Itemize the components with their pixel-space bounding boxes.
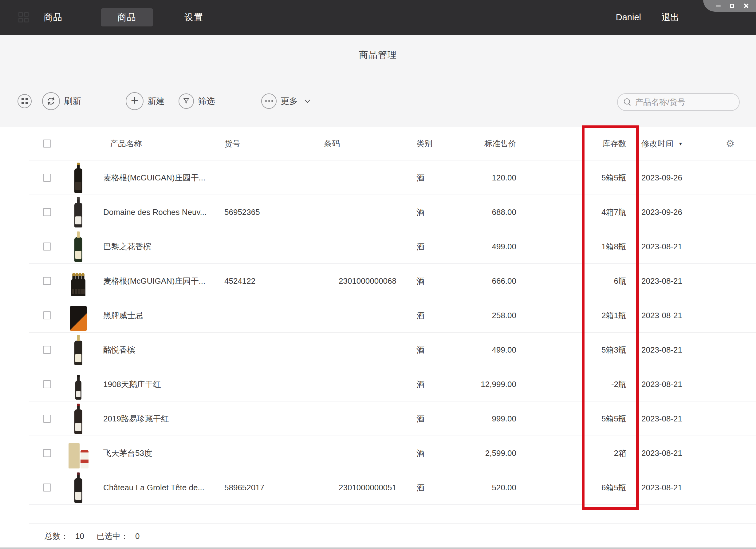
table-row[interactable]: 麦格根(McGUIGAN)庄园干...酒120.005箱5瓶2023-09-26 [0, 160, 756, 195]
column-header-barcode: 条码 [264, 127, 400, 160]
grid-view-button[interactable] [18, 94, 32, 108]
row-checkbox[interactable] [43, 484, 51, 492]
row-checkbox[interactable] [43, 346, 51, 354]
row-checkbox[interactable] [43, 415, 51, 423]
cell-name: 2019路易珍藏干红 [98, 401, 221, 436]
cell-barcode [264, 195, 400, 229]
row-checkbox[interactable] [43, 449, 51, 457]
cell-sku: 589652017 [221, 470, 264, 505]
window-bottom-edge [0, 547, 756, 549]
new-button[interactable]: + 新建 [126, 92, 165, 110]
row-checkbox[interactable] [43, 311, 51, 319]
cell-category: 酒 [400, 264, 461, 298]
table-row[interactable]: Domaine des Roches Neuv...56952365酒688.0… [0, 195, 756, 229]
row-checkbox[interactable] [43, 380, 51, 388]
footer: 总数： 10 已选中： 0 [0, 523, 756, 549]
maximize-button[interactable] [729, 3, 735, 9]
product-table: 产品名称货号条码类别标准售价库存数修改时间▼⚙ 麦格根(McGUIGAN)庄园干… [0, 127, 756, 505]
table-row[interactable]: 黑牌威士忌酒258.002箱1瓶2023-08-21 [0, 298, 756, 333]
cell-barcode [264, 229, 400, 264]
filter-button[interactable]: 筛选 [179, 93, 215, 109]
cell-barcode [264, 436, 400, 470]
more-button[interactable]: 更多 [261, 93, 309, 109]
page-header: 商品管理 [0, 35, 756, 75]
table-body: 麦格根(McGUIGAN)庄园干...酒120.005箱5瓶2023-09-26… [0, 160, 756, 505]
user-name[interactable]: Daniel [616, 12, 641, 22]
cell-date: 2023-09-26 [633, 195, 713, 229]
search-box[interactable] [617, 93, 740, 111]
cell-price: 258.00 [461, 298, 522, 333]
cell-price: 499.00 [461, 229, 522, 264]
cell-price: 2,599.00 [461, 436, 522, 470]
tab-settings[interactable]: 设置 [168, 8, 220, 26]
cell-name: 飞天茅台53度 [98, 436, 221, 470]
window-controls [703, 0, 756, 12]
cell-stock: 6箱5瓶 [522, 470, 633, 505]
row-checkbox[interactable] [43, 277, 51, 285]
logout-button[interactable]: 退出 [661, 11, 679, 24]
cell-barcode: 2301000000068 [264, 264, 400, 298]
maximize-icon [730, 4, 734, 8]
cell-date: 2023-08-21 [633, 436, 713, 470]
close-button[interactable] [743, 3, 749, 9]
minimize-button[interactable] [715, 3, 721, 9]
table-row[interactable]: 飞天茅台53度酒2,599.002箱2023-08-21 [0, 436, 756, 470]
refresh-button[interactable]: 刷新 [42, 92, 81, 110]
cell-sku [221, 229, 264, 264]
cell-sku [221, 367, 264, 401]
page-title: 商品管理 [359, 49, 397, 61]
cell-price: 666.00 [461, 264, 522, 298]
cell-barcode: 2301000000051 [264, 470, 400, 505]
cell-date: 2023-08-21 [633, 229, 713, 264]
total-label: 总数： [45, 531, 69, 542]
cell-date: 2023-08-21 [633, 264, 713, 298]
selected-count: 0 [135, 531, 140, 541]
row-checkbox[interactable] [43, 174, 51, 182]
cell-category: 酒 [400, 160, 461, 195]
toolbar: 刷新 + 新建 筛选 更多 [0, 75, 756, 127]
table-row[interactable]: 麦格根(McGUIGAN)庄园干...45241222301000000068酒… [0, 264, 756, 298]
product-image [74, 334, 82, 365]
app-name: 商品 [44, 11, 63, 24]
table-row[interactable]: 巴黎之花香槟酒499.001箱8瓶2023-08-21 [0, 229, 756, 264]
cell-date: 2023-08-21 [633, 401, 713, 436]
column-header-date[interactable]: 修改时间▼ [633, 127, 713, 160]
cell-name: Château La Grolet Tête de... [98, 470, 221, 505]
product-image [74, 197, 82, 227]
cell-stock: 5箱5瓶 [522, 160, 633, 195]
cell-stock: -2瓶 [522, 367, 633, 401]
minimize-icon [716, 6, 721, 6]
row-checkbox[interactable] [43, 243, 51, 251]
product-image [74, 231, 82, 262]
cell-name: 1908天鹅庄干红 [98, 367, 221, 401]
column-header-price: 标准售价 [461, 127, 522, 160]
cell-stock: 2箱1瓶 [522, 298, 633, 333]
cell-category: 酒 [400, 401, 461, 436]
table-row[interactable]: 1908天鹅庄干红酒12,999.00-2瓶2023-08-21 [0, 367, 756, 401]
cell-sku [221, 333, 264, 367]
new-label: 新建 [148, 95, 165, 107]
sort-desc-icon: ▼ [678, 141, 683, 146]
cell-price: 688.00 [461, 195, 522, 229]
column-settings-gear-icon[interactable]: ⚙ [726, 139, 735, 148]
selected-label: 已选中： [96, 531, 128, 542]
search-input[interactable] [635, 97, 734, 107]
cell-name: 酩悦香槟 [98, 333, 221, 367]
table-row[interactable]: Château La Grolet Tête de...589652017230… [0, 470, 756, 505]
cell-name: 麦格根(McGUIGAN)庄园干... [98, 160, 221, 195]
cell-barcode [264, 367, 400, 401]
row-checkbox[interactable] [43, 208, 51, 216]
column-header-name: 产品名称 [98, 127, 221, 160]
chevron-down-icon [305, 97, 310, 103]
tab-products[interactable]: 商品 [101, 8, 153, 26]
cell-barcode [264, 401, 400, 436]
cell-sku: 4524122 [221, 264, 264, 298]
select-all-checkbox[interactable] [43, 140, 51, 148]
cell-stock: 2箱 [522, 436, 633, 470]
table-row[interactable]: 酩悦香槟酒499.005箱3瓶2023-08-21 [0, 333, 756, 367]
plus-icon: + [131, 94, 139, 107]
product-image [69, 438, 89, 468]
table-row[interactable]: 2019路易珍藏干红酒999.005箱5瓶2023-08-21 [0, 401, 756, 436]
close-icon [743, 3, 748, 8]
column-header-stock: 库存数 [522, 127, 633, 160]
